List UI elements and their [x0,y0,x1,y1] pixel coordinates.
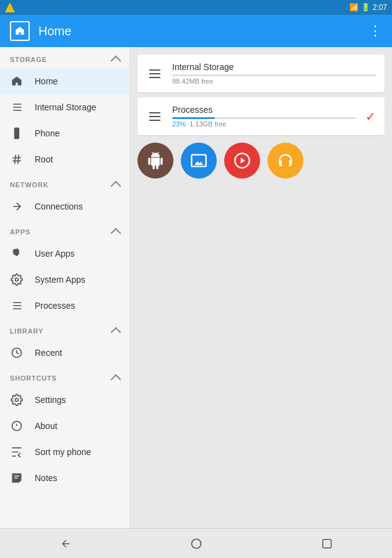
sidebar-label-connections: Connections [35,202,83,211]
svg-line-5 [18,155,19,164]
card-action-icon[interactable]: ✓ [365,109,376,124]
card-subtitle: 98.42MB free [172,78,376,85]
sidebar-item-about[interactable]: About [0,413,129,439]
sidebar-label-root: Root [35,154,53,164]
sidebar-item-home[interactable]: Home [0,68,129,94]
home-nav-icon [14,25,25,37]
status-time: 2:07 [373,3,387,12]
gear-icon [10,393,24,407]
sidebar-label-sort-my-phone: Sort my phone [35,447,91,457]
card-title: Processes [172,105,357,115]
battery-icon: 🔋 [361,3,370,12]
section-label: STORAGE [10,56,47,63]
bottom-nav [0,528,392,558]
card-info: Internal Storage 98.42MB free [172,62,376,85]
section-storage: STORAGE Home Internal Storage Phone Root [0,47,129,172]
sidebar-item-internal-storage[interactable]: Internal Storage [0,94,129,120]
sidebar-item-connections[interactable]: Connections [0,193,129,219]
connections-icon [10,200,24,213]
more-options-icon[interactable]: ⋮ [368,23,382,39]
sidebar-label-recent: Recent [35,348,62,358]
svg-rect-17 [323,539,331,548]
section-network: NETWORK Connections [0,172,129,219]
svg-point-6 [15,278,19,281]
storage-card-processes[interactable]: Processes 23% 1.13GB free ✓ [137,97,385,135]
status-bar-left [5,2,15,12]
back-button[interactable] [58,536,73,551]
card-title: Internal Storage [172,62,376,72]
app-icon-android[interactable] [137,143,173,179]
storage-card-internal-storage[interactable]: Internal Storage 98.42MB free [137,55,385,92]
card-info: Processes 23% 1.13GB free [172,105,357,128]
app-icon-video[interactable] [224,143,260,179]
section-label: LIBRARY [10,327,43,335]
sort-icon [10,445,24,459]
app-bar-left: Home [10,21,71,41]
app-bar: Home ⋮ [0,15,392,47]
section-shortcuts: SHORTCUTS Settings About Sort my phone N… [0,366,129,491]
svg-point-8 [15,399,19,402]
sidebar-label-phone: Phone [35,128,59,138]
svg-line-4 [15,155,16,164]
sidebar-label-settings: Settings [35,395,66,405]
card-icon [146,65,163,82]
section-collapse-icon[interactable] [111,327,121,338]
app-icon-headphones[interactable] [268,143,303,179]
section-header-shortcuts: SHORTCUTS [0,366,129,387]
sidebar-label-home: Home [35,76,58,86]
list-icon [10,100,24,114]
bug-icon [10,247,24,260]
section-label: APPS [10,228,30,236]
info-icon [10,419,24,433]
section-header-apps: APPS [0,219,129,241]
sidebar-item-user-apps[interactable]: User Apps [0,241,129,267]
sidebar-label-internal-storage: Internal Storage [35,102,97,112]
status-bar-right: 📶 🔋 2:07 [349,3,387,12]
card-icon [146,108,163,125]
list-icon [10,299,24,312]
section-header-library: LIBRARY [0,319,129,340]
section-collapse-icon[interactable] [111,56,121,66]
sidebar-label-system-apps: System Apps [35,275,85,285]
svg-point-16 [191,539,201,548]
app-icon-gallery[interactable] [181,143,217,179]
section-label: SHORTCUTS [10,374,57,382]
sidebar-item-processes[interactable]: Processes [0,293,129,319]
recents-button[interactable] [320,536,334,551]
gear-icon [10,273,24,286]
sidebar-item-notes[interactable]: Notes [0,465,129,491]
sidebar-item-sort-my-phone[interactable]: Sort my phone [0,439,129,465]
app-bar-title: Home [38,24,71,38]
progress-bar-container [172,74,376,76]
notes-icon [10,471,24,485]
progress-bar-container [172,117,357,119]
status-bar: 📶 🔋 2:07 [0,0,392,15]
sidebar: STORAGE Home Internal Storage Phone Root… [0,47,130,528]
sidebar-item-root[interactable]: Root [0,146,129,172]
hash-icon [10,153,24,166]
app-icons-row [137,140,385,181]
section-collapse-icon[interactable] [111,374,121,385]
section-collapse-icon[interactable] [111,228,121,239]
signal-icon: 📶 [349,3,359,12]
svg-rect-0 [14,128,19,139]
section-library: LIBRARY Recent [0,319,129,366]
sidebar-label-notes: Notes [35,473,58,483]
section-collapse-icon[interactable] [111,181,121,192]
sidebar-item-phone[interactable]: Phone [0,120,129,146]
content-area: Internal Storage 98.42MB free Processes … [130,47,392,528]
sidebar-item-recent[interactable]: Recent [0,340,129,366]
main-layout: STORAGE Home Internal Storage Phone Root… [0,47,392,528]
progress-bar [172,117,215,119]
section-apps: APPS User Apps System Apps Processes [0,219,129,319]
sidebar-label-processes: Processes [35,301,75,311]
sidebar-item-system-apps[interactable]: System Apps [0,267,129,293]
home-icon [10,74,24,88]
svg-marker-15 [241,157,245,163]
home-button[interactable] [189,536,204,551]
sidebar-label-about: About [35,421,58,431]
sidebar-item-settings[interactable]: Settings [0,387,129,413]
section-label: NETWORK [10,181,48,188]
card-subtitle: 23% 1.13GB free [172,120,357,128]
app-bar-icon [10,21,30,41]
